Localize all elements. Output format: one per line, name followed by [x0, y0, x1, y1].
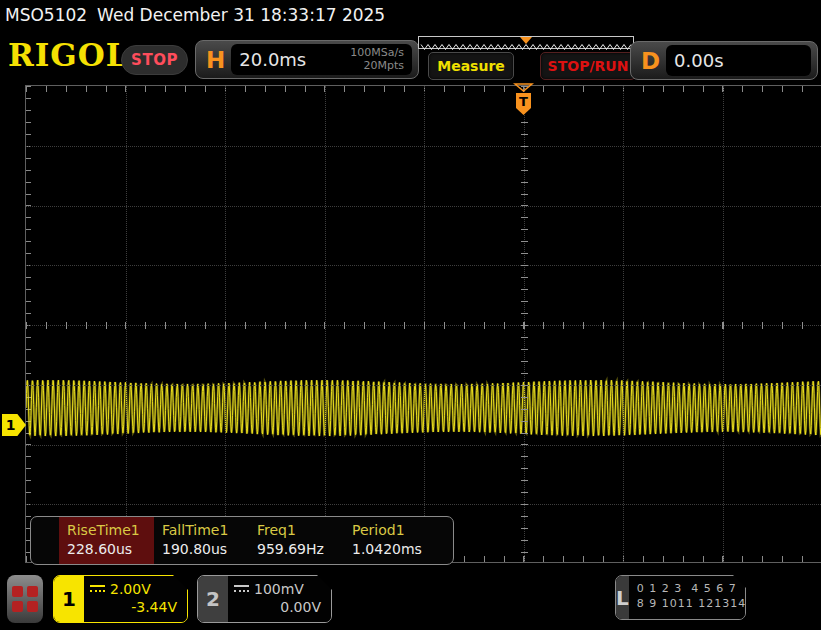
channel1-info: 2.00V -3.44V [84, 576, 187, 622]
menu-dot [27, 586, 38, 597]
horizontal-label: H [202, 47, 231, 73]
logic-row1: 0 1 2 3 4 5 6 7 [637, 582, 737, 595]
graticule [25, 85, 821, 563]
channel1-badge[interactable]: 1 2.00V -3.44V [53, 575, 188, 623]
measurement-risetime[interactable]: RiseTime1 228.60us [59, 517, 154, 564]
model-name: MSO5102 [5, 5, 87, 25]
gridline-horizontal [26, 146, 821, 147]
measurement-label: FallTime1 [162, 522, 249, 539]
waveform-preview-bar[interactable] [418, 36, 634, 49]
channel2-scale: 100mV [254, 581, 304, 598]
acquisition-info: 100MSa/s20Mpts [350, 47, 404, 72]
measurement-label: Freq1 [257, 522, 344, 539]
logic-row2: 8 9 1011 12131415 [637, 597, 746, 610]
stop-run-button[interactable]: STOP/RUN [540, 52, 636, 80]
channel1-offset-marker[interactable]: 1 [2, 414, 26, 436]
measurement-label: RiseTime1 [67, 522, 154, 539]
sample-rate: 100MSa/s [350, 46, 404, 59]
titlebar: MSO5102 Wed December 31 18:33:17 2025 [0, 0, 821, 30]
dc-coupling-icon [90, 585, 105, 593]
gridline-horizontal [26, 385, 821, 386]
datetime: Wed December 31 18:33:17 2025 [97, 5, 385, 25]
logic-channels-badge[interactable]: L 0 1 2 3 4 5 6 78 9 1011 12131415 [615, 575, 746, 620]
logic-channel-numbers: 0 1 2 3 4 5 6 78 9 1011 12131415 [629, 576, 746, 619]
menu-dot [12, 586, 23, 597]
delay-panel[interactable]: D 0.00s [630, 41, 818, 80]
timebase-value: 20.0ms [239, 49, 350, 70]
measurement-value: 959.69Hz [257, 539, 344, 559]
trigger-position-icon[interactable]: T [513, 83, 534, 116]
svg-text:T: T [519, 94, 528, 109]
channel2-badge[interactable]: 2 100mV 0.00V [197, 575, 332, 623]
measurement-falltime[interactable]: FallTime1 190.80us [154, 517, 249, 564]
gridline-horizontal [26, 445, 821, 446]
rigol-logo: RIGOL [8, 40, 129, 71]
menu-dot [12, 601, 23, 612]
measurement-value: 1.0420ms [352, 539, 439, 559]
menu-dot [27, 601, 38, 612]
delay-value: 0.00s [674, 50, 723, 71]
gridline-horizontal [26, 265, 821, 266]
channel2-info: 100mV 0.00V [228, 576, 331, 622]
preview-trigger-position-icon [520, 37, 532, 44]
measurement-value: 228.60us [67, 539, 154, 559]
channel1-scale: 2.00V [110, 581, 151, 598]
measurement-period[interactable]: Period1 1.0420ms [344, 517, 439, 564]
measurement-label: Period1 [352, 522, 439, 539]
memory-depth: 20Mpts [363, 59, 404, 72]
channel2-number: 2 [198, 576, 228, 622]
horizontal-panel[interactable]: H 20.0ms 100MSa/s20Mpts [195, 40, 419, 79]
dc-coupling-icon [234, 585, 249, 593]
delay-label: D [637, 48, 666, 74]
menu-grid-icon[interactable] [7, 575, 43, 623]
measurement-freq[interactable]: Freq1 959.69Hz [249, 517, 344, 564]
gridline-horizontal [26, 504, 821, 505]
delay-well: 0.00s [666, 45, 811, 76]
channel1-offset: -3.44V [90, 598, 177, 618]
horizontal-well: 20.0ms 100MSa/s20Mpts [231, 44, 412, 75]
gridline-horizontal [26, 206, 821, 207]
logic-label: L [616, 576, 629, 619]
measurement-panel: RiseTime1 228.60us FallTime1 190.80us Fr… [30, 516, 454, 565]
center-axis-ticks-horizontal [26, 322, 821, 329]
channel2-offset: 0.00V [234, 598, 321, 618]
measurement-value: 190.80us [162, 539, 249, 559]
run-state-badge: STOP [121, 45, 188, 75]
channel1-number: 1 [54, 576, 84, 622]
measure-button[interactable]: Measure [428, 52, 514, 80]
